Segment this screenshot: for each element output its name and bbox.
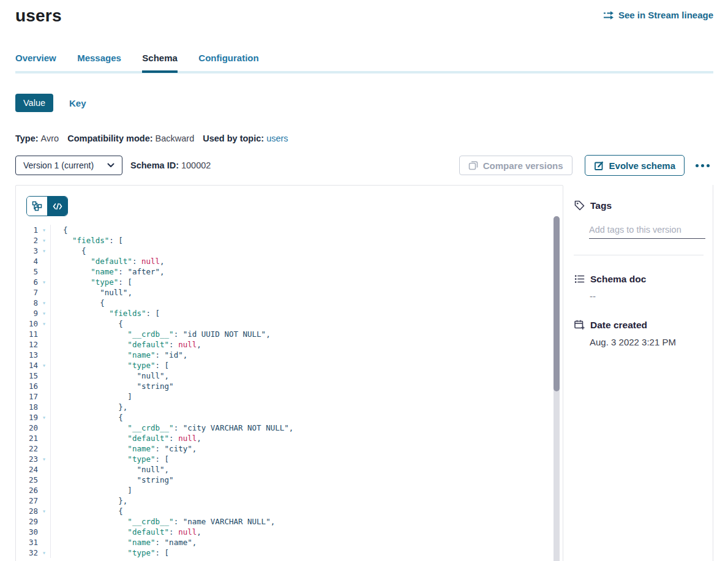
fold-spacer (38, 391, 50, 402)
code-line: 11 "__crdb__": "id UUID NOT NULL", (16, 329, 563, 339)
line-number: 29 (16, 516, 38, 527)
code-line: 1▾{ (16, 225, 563, 235)
date-created-header: Date created (574, 319, 705, 331)
fold-chevron-down-icon[interactable]: ▾ (38, 225, 50, 235)
fold-spacer (38, 266, 50, 277)
fold-spacer (38, 402, 50, 412)
line-number: 3 (16, 246, 38, 256)
value-toggle-button[interactable]: Value (15, 94, 53, 112)
evolve-schema-button[interactable]: Evolve schema (585, 155, 685, 176)
code-text: { (50, 298, 563, 308)
version-controls-row: Version 1 (current) Schema ID:100002 Com… (15, 155, 713, 176)
code-view-icon (53, 203, 62, 210)
tab-configuration[interactable]: Configuration (198, 53, 258, 63)
fold-chevron-down-icon[interactable]: ▾ (38, 506, 50, 516)
code-text: "name": "id", (50, 350, 563, 360)
line-number: 6 (16, 277, 38, 287)
code-line: 6▾ "type": [ (16, 277, 563, 287)
more-options-button[interactable] (692, 160, 713, 171)
fold-spacer (38, 329, 50, 339)
line-number: 18 (16, 402, 38, 412)
fold-chevron-down-icon[interactable]: ▾ (38, 298, 50, 308)
code-text: { (50, 412, 563, 423)
code-text: }, (50, 402, 563, 412)
date-created-value: Aug. 3 2022 3:21 PM (590, 337, 705, 347)
code-text: "default": null, (50, 433, 563, 443)
code-line: 16 "string" (16, 381, 563, 391)
page-title: users (15, 6, 62, 26)
fold-spacer (38, 485, 50, 495)
fold-spacer (38, 433, 50, 443)
code-line: 31 "name": "name", (16, 537, 563, 548)
code-line: 24 "null", (16, 464, 563, 475)
code-line: 7 "null", (16, 287, 563, 298)
tab-schema[interactable]: Schema (142, 53, 178, 63)
tree-view-button[interactable] (27, 197, 47, 216)
line-number: 5 (16, 266, 38, 277)
editor-scrollbar-track[interactable] (554, 216, 560, 561)
tags-title: Tags (590, 200, 612, 211)
schema-meta-row: Type:Avro Compatibility mode:Backward Us… (15, 134, 713, 143)
add-tags-input[interactable] (589, 224, 705, 239)
code-text: ] (50, 485, 563, 495)
code-text: { (50, 506, 563, 516)
code-line: 2▾ "fields": [ (16, 235, 563, 246)
fold-chevron-down-icon[interactable]: ▾ (38, 277, 50, 287)
tab-underline-strip (15, 71, 713, 73)
schema-editor-panel: 1▾{2▾ "fields": [3▾ {4 "default": null,5… (15, 185, 563, 561)
see-in-stream-lineage-link[interactable]: See in Stream lineage (603, 10, 713, 20)
fold-spacer (38, 287, 50, 298)
editor-scrollbar-thumb[interactable] (554, 216, 560, 391)
version-sidebar: Tags (563, 185, 713, 561)
fold-chevron-down-icon[interactable]: ▾ (38, 548, 50, 558)
line-number: 32 (16, 548, 38, 558)
line-number: 12 (16, 339, 38, 350)
fold-chevron-down-icon[interactable]: ▾ (38, 246, 50, 256)
code-line: 28▾ { (16, 506, 563, 516)
date-created-title: Date created (590, 320, 647, 331)
code-text: { (50, 318, 563, 329)
fold-chevron-down-icon[interactable]: ▾ (38, 454, 50, 464)
fold-chevron-down-icon[interactable]: ▾ (38, 318, 50, 329)
code-line: 23▾ "type": [ (16, 454, 563, 464)
fold-spacer (38, 495, 50, 506)
code-text: "__crdb__": "name VARCHAR NULL", (50, 516, 563, 527)
compare-versions-button[interactable]: Compare versions (459, 156, 572, 175)
fold-chevron-down-icon[interactable]: ▾ (38, 412, 50, 423)
fold-chevron-down-icon[interactable]: ▾ (38, 308, 50, 318)
compare-versions-label: Compare versions (483, 160, 563, 171)
fold-spacer (38, 516, 50, 527)
tab-messages[interactable]: Messages (77, 53, 121, 63)
code-line: 4 "default": null, (16, 256, 563, 266)
code-line: 25 "string" (16, 475, 563, 485)
code-text: "string" (50, 381, 563, 391)
code-line: 21 "default": null, (16, 433, 563, 443)
code-line: 3▾ { (16, 246, 563, 256)
page-header: users See in Stream lineage (15, 5, 713, 26)
code-line: 18 }, (16, 402, 563, 412)
sidebar-divider (574, 255, 704, 255)
line-number: 16 (16, 381, 38, 391)
fold-spacer (38, 339, 50, 350)
edit-icon (594, 160, 604, 171)
topic-link[interactable]: users (266, 134, 288, 143)
fold-spacer (38, 537, 50, 548)
code-line: 15 "null", (16, 371, 563, 381)
lineage-link-label: See in Stream lineage (618, 10, 713, 20)
code-line: 5 "name": "after", (16, 266, 563, 277)
key-toggle-button[interactable]: Key (69, 98, 86, 108)
line-number: 2 (16, 235, 38, 246)
code-text: "null", (50, 371, 563, 381)
code-view-button[interactable] (47, 197, 67, 216)
version-select[interactable]: Version 1 (current) (15, 156, 122, 175)
fold-spacer (38, 256, 50, 266)
schema-doc-title: Schema doc (590, 274, 646, 285)
fold-spacer (38, 381, 50, 391)
evolve-schema-label: Evolve schema (609, 160, 675, 171)
tab-overview[interactable]: Overview (15, 53, 56, 63)
fold-chevron-down-icon[interactable]: ▾ (38, 360, 50, 371)
fold-chevron-down-icon[interactable]: ▾ (38, 235, 50, 246)
schema-part-toggle: Value Key (15, 94, 713, 112)
fold-spacer (38, 443, 50, 454)
code-text: "__crdb__": "city VARCHAR NOT NULL", (50, 423, 563, 433)
